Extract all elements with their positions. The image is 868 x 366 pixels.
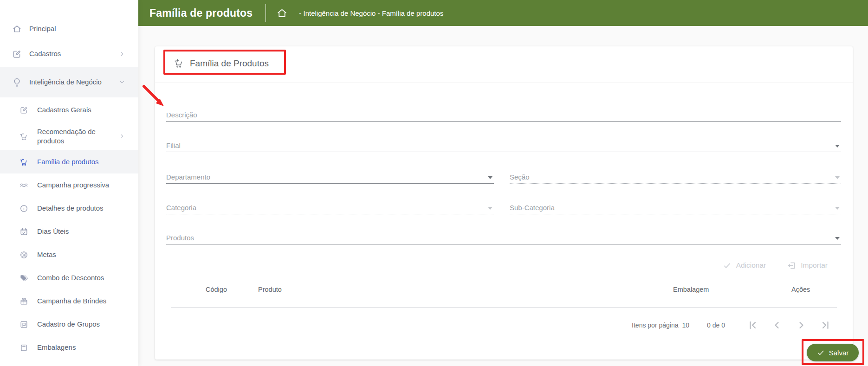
salvar-label: Salvar: [829, 349, 849, 357]
table-actions: Adicionar Importar: [723, 258, 828, 273]
items-per-page-label: Itens por página: [632, 321, 678, 329]
sidebar-item-inteligencia-de-negocio[interactable]: Inteligência de Negócio: [0, 67, 138, 97]
sidebar-item-label: Recomendação de produtos: [37, 127, 117, 146]
sidebar-item-label: Embalagens: [37, 343, 76, 352]
header-divider: [266, 4, 266, 22]
sidebar-item-dias-uteis[interactable]: Dias Úteis: [0, 220, 138, 243]
target-icon: [19, 250, 28, 259]
page-title: Família de produtos: [149, 7, 253, 19]
adicionar-button[interactable]: Adicionar: [723, 261, 766, 270]
adicionar-label: Adicionar: [736, 261, 766, 270]
clipboard-icon: [19, 343, 28, 352]
sidebar-item-cadastros-gerais[interactable]: Cadastros Gerais: [0, 97, 138, 122]
check-icon: [723, 261, 732, 270]
categoria-select: Categoria: [166, 200, 494, 214]
sidebar-item-tipos-de-loja[interactable]: Tipos de Loja: [0, 359, 138, 366]
breadcrumb: - Inteligência de Negócio - Família de p…: [299, 9, 443, 17]
categoria-placeholder: Categoria: [166, 204, 196, 214]
dropdown-arrow-icon: [488, 176, 492, 179]
filial-placeholder: Filial: [166, 141, 181, 152]
card-divider: [155, 83, 853, 83]
home-icon: [12, 24, 22, 34]
lightbulb-icon: [12, 77, 22, 87]
sidebar-item-familia-de-produtos[interactable]: Família de produtos: [0, 150, 138, 173]
column-header-produto: Produto: [258, 286, 282, 293]
cart-plus-icon: [19, 158, 28, 167]
calendar-check-icon: [19, 227, 28, 236]
secao-select: Seção: [510, 170, 841, 184]
sidebar-item-label: Combo de Descontos: [37, 273, 104, 283]
column-header-embalagem: Embalagem: [673, 286, 709, 293]
sidebar-item-combo-de-descontos[interactable]: Combo de Descontos: [0, 266, 138, 289]
import-icon: [787, 261, 796, 270]
card-title: Família de Produtos: [190, 58, 269, 69]
sub-categoria-placeholder: Sub-Categoria: [510, 204, 555, 214]
descricao-placeholder: Descrição: [166, 111, 197, 121]
sidebar-item-label: Campanha progressiva: [37, 180, 109, 190]
sidebar-item-label: Família de produtos: [37, 157, 99, 167]
sidebar-item-label: Principal: [29, 24, 56, 33]
produtos-placeholder: Produtos: [166, 234, 194, 244]
items-per-page-select[interactable]: 10: [682, 321, 689, 329]
cart-plus-icon: [19, 132, 28, 141]
importar-label: Importar: [801, 261, 828, 270]
column-header-acoes: Ações: [791, 286, 810, 293]
sidebar-item-campanha-progressiva[interactable]: Campanha progressiva: [0, 173, 138, 197]
card-title-row: Família de Produtos: [174, 57, 269, 71]
familia-produtos-card: Família de Produtos Descrição Filial Dep…: [155, 46, 853, 360]
sidebar-item-label: Cadastros Gerais: [37, 105, 91, 115]
dropdown-arrow-icon: [488, 207, 492, 210]
importar-button[interactable]: Importar: [787, 261, 828, 270]
page-header: Família de produtos - Inteligência de Ne…: [138, 0, 868, 26]
descricao-input[interactable]: Descrição: [166, 108, 841, 122]
column-header-codigo: Código: [206, 286, 227, 293]
page-range-label: 0 de 0: [707, 321, 725, 329]
sidebar-item-label: Cadastro de Grupos: [37, 320, 100, 329]
sidebar-item-label: Cadastros: [29, 49, 61, 58]
home-icon[interactable]: [276, 7, 288, 19]
group-icon: [19, 320, 28, 329]
sidebar: PrincipalCadastrosInteligência de Negóci…: [0, 0, 138, 366]
next-page-button[interactable]: [796, 320, 807, 331]
departamento-select[interactable]: Departamento: [166, 170, 494, 184]
paginator: Itens por página 10 0 de 0: [632, 317, 831, 333]
table-divider: [171, 307, 837, 308]
cart-plus-icon: [174, 58, 184, 69]
secao-placeholder: Seção: [510, 173, 530, 183]
sidebar-item-cadastros[interactable]: Cadastros: [0, 41, 138, 67]
gift-icon: [19, 297, 28, 306]
dropdown-arrow-icon: [835, 176, 840, 179]
sidebar-item-cadastro-de-grupos[interactable]: Cadastro de Grupos: [0, 313, 138, 336]
waves-icon: [19, 181, 28, 190]
sidebar-item-label: Dias Úteis: [37, 227, 69, 236]
sidebar-item-campanha-de-brindes[interactable]: Campanha de Brindes: [0, 289, 138, 313]
last-page-button[interactable]: [820, 320, 831, 331]
sidebar-item-detalhes-de-produtos[interactable]: Detalhes de produtos: [0, 197, 138, 220]
dropdown-arrow-icon: [835, 145, 840, 148]
table-header-row: CódigoProdutoEmbalagemAções: [155, 286, 853, 300]
produtos-select[interactable]: Produtos: [166, 231, 841, 244]
sidebar-item-recomendacao-de-produtos[interactable]: Recomendação de produtos: [0, 122, 138, 150]
sub-categoria-select: Sub-Categoria: [510, 200, 841, 214]
edit-icon: [12, 49, 22, 59]
check-icon: [817, 349, 825, 357]
sidebar-item-label: Detalhes de produtos: [37, 204, 104, 213]
sidebar-item-principal[interactable]: Principal: [0, 17, 138, 41]
sidebar-item-label: Metas: [37, 250, 56, 259]
chevron-right-icon: [119, 51, 125, 57]
dropdown-arrow-icon: [835, 207, 840, 210]
sidebar-item-label: Inteligência de Negócio: [29, 77, 102, 87]
app-root: PrincipalCadastrosInteligência de Negóci…: [0, 0, 868, 366]
sidebar-item-metas[interactable]: Metas: [0, 243, 138, 266]
edit-icon: [19, 106, 28, 115]
salvar-button[interactable]: Salvar: [807, 344, 859, 361]
first-page-button[interactable]: [747, 320, 758, 331]
departamento-placeholder: Departamento: [166, 173, 210, 183]
prev-page-button[interactable]: [771, 320, 783, 331]
sidebar-item-embalagens[interactable]: Embalagens: [0, 336, 138, 359]
filial-select[interactable]: Filial: [166, 138, 841, 152]
chevron-right-icon: [119, 133, 125, 140]
paginator-nav: [747, 320, 831, 331]
info-icon: [19, 204, 28, 213]
dropdown-arrow-icon: [835, 237, 840, 240]
